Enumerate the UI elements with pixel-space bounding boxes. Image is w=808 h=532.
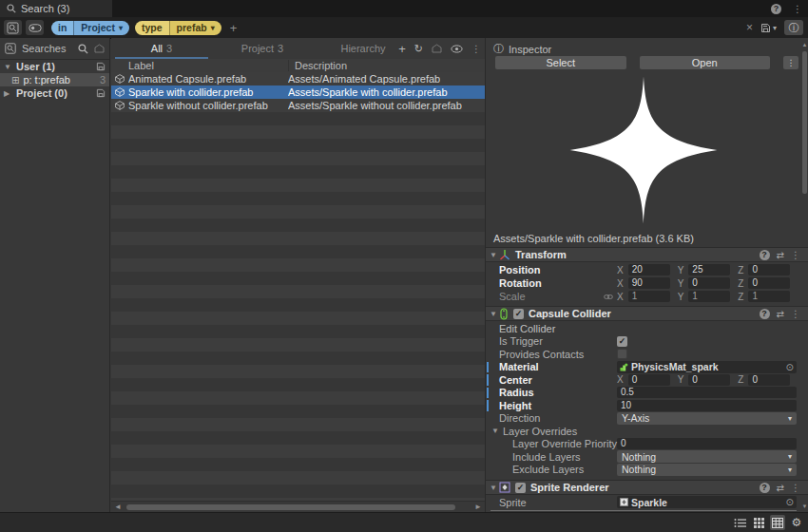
- transform-component-header[interactable]: ▼ Transform ? ⇄ ⋮: [486, 247, 808, 262]
- is-trigger-checkbox[interactable]: ✓: [617, 336, 627, 347]
- search-info-toggle-button[interactable]: ⓘ: [784, 20, 803, 35]
- list-view-button[interactable]: [732, 515, 747, 530]
- scale-x-field[interactable]: 1: [628, 291, 670, 302]
- vertical-scrollbar[interactable]: ▲ ▼: [801, 38, 808, 513]
- sprite-object-field[interactable]: Sparkle ⊙: [617, 496, 797, 508]
- query-builder-toggle-button[interactable]: [26, 20, 44, 35]
- save-icon[interactable]: [96, 62, 106, 71]
- sidebar-group-user[interactable]: ▼ User (1): [0, 60, 109, 73]
- foldout-open-icon[interactable]: ▼: [491, 427, 499, 435]
- search-icon[interactable]: [78, 44, 88, 54]
- open-button[interactable]: Open: [640, 56, 771, 69]
- presets-icon[interactable]: ⇄: [777, 483, 784, 493]
- link-icon[interactable]: [604, 293, 613, 301]
- material-object-field[interactable]: PhysicsMat_spark ⊙: [617, 361, 797, 373]
- tab-project[interactable]: Project 3: [212, 38, 313, 59]
- component-title: Capsule Collider: [529, 308, 611, 319]
- panel-splitter[interactable]: [491, 510, 797, 511]
- scroll-down-icon[interactable]: ▼: [801, 504, 808, 509]
- help-icon[interactable]: ?: [760, 483, 770, 493]
- presets-icon[interactable]: ⇄: [777, 250, 784, 260]
- component-menu-icon[interactable]: ⋮: [791, 483, 800, 493]
- refresh-icon[interactable]: ↻: [414, 43, 423, 55]
- clear-search-button[interactable]: ×: [746, 21, 753, 34]
- component-menu-icon[interactable]: ⋮: [791, 250, 800, 260]
- foldout-closed-icon[interactable]: ▶: [4, 89, 12, 98]
- object-picker-icon[interactable]: ⊙: [786, 362, 794, 372]
- grid-view-button[interactable]: [751, 515, 766, 530]
- component-enabled-checkbox[interactable]: ✓: [515, 483, 526, 493]
- result-row-selected[interactable]: Sparkle with collider.prefab Assets/Spar…: [111, 86, 485, 99]
- inspector-menu-button[interactable]: ⋮: [783, 56, 798, 69]
- layer-overrides-foldout[interactable]: ▼ Layer Overrides: [486, 425, 808, 438]
- window-menu-icon[interactable]: ⋮: [793, 4, 802, 14]
- foldout-open-icon[interactable]: ▼: [490, 251, 499, 259]
- save-search-button[interactable]: ▾: [760, 23, 777, 33]
- filter-value-dropdown[interactable]: prefab ▾: [169, 21, 221, 35]
- component-menu-icon[interactable]: ⋮: [791, 309, 800, 319]
- help-icon[interactable]: ?: [760, 250, 770, 260]
- capsule-collider-component-header[interactable]: ▼ ✓ Capsule Collider ? ⇄ ⋮: [486, 306, 808, 321]
- filter-chip-type[interactable]: type prefab ▾: [135, 21, 221, 35]
- add-filter-button[interactable]: +: [230, 21, 238, 35]
- position-x-field[interactable]: 20: [628, 264, 670, 276]
- center-x-field[interactable]: 0: [628, 374, 670, 386]
- inspect-picker-button[interactable]: [4, 20, 22, 35]
- tab-all[interactable]: All 3: [111, 38, 212, 59]
- result-description: Assets/Sparkle with collider.prefab: [288, 86, 448, 98]
- position-z-field[interactable]: 0: [748, 264, 790, 276]
- object-picker-icon[interactable]: ⊙: [786, 497, 794, 507]
- column-description[interactable]: Description: [288, 60, 347, 71]
- help-icon[interactable]: ?: [771, 4, 781, 14]
- select-button[interactable]: Select: [495, 56, 626, 69]
- filter-value-dropdown[interactable]: Project ▾: [73, 21, 129, 35]
- save-icon[interactable]: [96, 88, 106, 98]
- foldout-open-icon[interactable]: ▼: [490, 484, 499, 492]
- provides-contacts-checkbox[interactable]: [617, 349, 627, 359]
- presets-icon[interactable]: ⇄: [777, 309, 784, 319]
- search-window-tab[interactable]: Search (3): [0, 0, 112, 17]
- scale-z-field[interactable]: 1: [748, 291, 790, 302]
- help-icon[interactable]: ?: [760, 309, 770, 319]
- scrollbar-thumb[interactable]: [802, 51, 807, 194]
- radius-field[interactable]: 0.5: [617, 387, 797, 398]
- center-z-field[interactable]: 0: [748, 374, 790, 386]
- scroll-up-icon[interactable]: ▲: [801, 42, 808, 48]
- result-row[interactable]: Sparkle without collider.prefab Assets/S…: [111, 99, 485, 112]
- rotation-y-field[interactable]: 0: [688, 277, 730, 289]
- position-y-field[interactable]: 25: [688, 264, 730, 276]
- edit-collider-label[interactable]: Edit Collider: [486, 323, 617, 334]
- rotation-x-field[interactable]: 90: [628, 277, 670, 289]
- sidebar-item-saved-search[interactable]: ⊞ p: t:prefab 3: [0, 73, 109, 86]
- result-label: Sparkle without collider.prefab: [128, 100, 280, 111]
- sprite-row: Sprite Sparkle ⊙: [486, 496, 808, 509]
- results-tab-strip: All 3 Project 3 Hierarchy + ↻ ⋮: [111, 38, 485, 60]
- settings-gear-button[interactable]: ⚙: [789, 515, 804, 530]
- package-icon[interactable]: [432, 44, 442, 53]
- layer-override-priority-field[interactable]: 0: [617, 438, 797, 449]
- exclude-layers-dropdown[interactable]: Nothing ▾: [617, 464, 797, 476]
- foldout-open-icon[interactable]: ▼: [4, 63, 12, 71]
- package-icon[interactable]: [94, 44, 105, 53]
- include-layers-dropdown[interactable]: Nothing ▾: [617, 450, 797, 463]
- sidebar-group-project[interactable]: ▶ Project (0): [0, 86, 109, 100]
- table-view-button[interactable]: [770, 515, 785, 530]
- results-menu-icon[interactable]: ⋮: [471, 44, 481, 54]
- axis-label: X: [617, 374, 624, 385]
- scale-y-field[interactable]: 1: [688, 291, 730, 302]
- component-enabled-checkbox[interactable]: ✓: [513, 309, 524, 319]
- center-y-field[interactable]: 0: [688, 374, 730, 386]
- height-field[interactable]: 10: [617, 400, 797, 411]
- eye-icon[interactable]: [451, 45, 463, 53]
- filter-chip-in[interactable]: in Project ▾: [51, 21, 129, 35]
- rotation-z-field[interactable]: 0: [748, 277, 790, 289]
- scroll-right-icon[interactable]: ►: [474, 503, 482, 511]
- result-row[interactable]: Animated Capsule.prefab Assets/Animated …: [111, 72, 485, 86]
- column-label[interactable]: Label: [111, 60, 288, 71]
- add-tab-button[interactable]: +: [398, 42, 406, 56]
- foldout-open-icon[interactable]: ▼: [490, 310, 499, 318]
- direction-dropdown[interactable]: Y-Axis ▾: [617, 412, 797, 425]
- sprite-renderer-component-header[interactable]: ▼ ✓ Sprite Renderer ? ⇄ ⋮: [486, 480, 808, 495]
- scroll-left-icon[interactable]: ◄: [114, 503, 122, 511]
- scrollbar-thumb[interactable]: [126, 504, 455, 510]
